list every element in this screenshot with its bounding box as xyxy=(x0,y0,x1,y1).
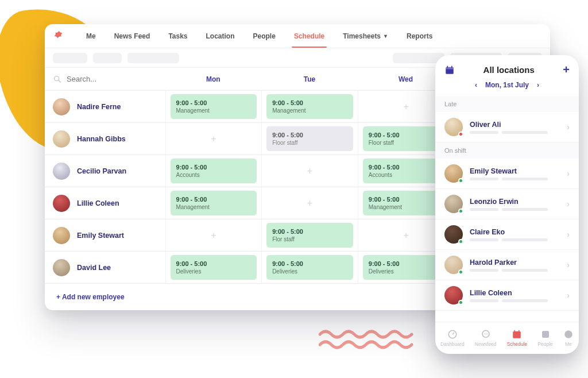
shift-chip[interactable]: 9:00 - 5:00Accounts xyxy=(171,159,257,183)
svg-line-1 xyxy=(59,80,60,82)
svg-point-8 xyxy=(484,334,485,335)
chevron-right-icon: › xyxy=(567,291,570,300)
shift-chip[interactable]: 9:00 - 5:00Management xyxy=(171,191,257,215)
chevron-right-icon: › xyxy=(567,260,570,269)
day-header-mon[interactable]: Mon xyxy=(165,75,262,83)
nav-tab-reports[interactable]: Reports xyxy=(397,25,442,47)
mobile-card: All locations + ‹ Mon, 1st July › Late O… xyxy=(435,55,579,354)
employee-name: Lillie Coleen xyxy=(77,199,119,207)
svg-point-15 xyxy=(564,330,572,338)
chevron-right-icon: › xyxy=(567,169,570,178)
mobile-tabbar: Dashboard Newsfeed Schedule People Me xyxy=(435,322,579,354)
empty-shift-cell[interactable]: + xyxy=(165,123,262,155)
chevron-down-icon: ▼ xyxy=(383,33,388,39)
day-header-tue[interactable]: Tue xyxy=(261,75,358,83)
person-row[interactable]: Emily Stewart › xyxy=(435,159,579,189)
tab-schedule[interactable]: Schedule xyxy=(507,329,527,347)
employee-cell[interactable]: Cecilio Parvan xyxy=(45,163,165,180)
tab-dashboard[interactable]: Dashboard xyxy=(440,329,465,347)
nav-tab-location[interactable]: Location xyxy=(197,25,244,47)
decorative-squiggle xyxy=(319,330,416,350)
app-logo-icon xyxy=(53,30,65,43)
search-field[interactable] xyxy=(53,75,136,84)
status-dot-onshift xyxy=(458,269,463,275)
top-navigation: Me News Feed Tasks Location People Sched… xyxy=(45,24,550,48)
add-button[interactable]: + xyxy=(563,63,570,76)
status-dot-onshift xyxy=(458,300,463,305)
nav-tab-people[interactable]: People xyxy=(244,25,285,47)
tab-me[interactable]: Me xyxy=(563,329,574,347)
person-row[interactable]: Claire Eko › xyxy=(435,219,579,250)
svg-rect-11 xyxy=(513,331,521,338)
shift-chip[interactable]: 9:00 - 5:00Deliveries xyxy=(171,255,257,280)
empty-shift-cell[interactable]: + xyxy=(261,187,358,219)
employee-name: Emily Stewart xyxy=(77,232,124,240)
nav-tab-schedule[interactable]: Schedule xyxy=(285,25,334,47)
chat-icon xyxy=(481,329,491,340)
person-row[interactable]: Harold Parker › xyxy=(435,250,579,280)
avatar xyxy=(53,227,70,244)
svg-point-9 xyxy=(485,334,486,335)
chevron-right-icon: › xyxy=(567,230,570,239)
empty-shift-cell[interactable]: + xyxy=(261,155,358,187)
section-late: Late xyxy=(435,96,579,112)
employee-cell[interactable]: David Lee xyxy=(45,259,165,276)
svg-rect-13 xyxy=(519,330,520,333)
status-dot-onshift xyxy=(458,209,463,214)
status-dot-onshift xyxy=(458,239,463,244)
date-navigator: ‹ Mon, 1st July › xyxy=(435,79,579,96)
person-icon xyxy=(540,329,551,340)
svg-rect-12 xyxy=(514,330,516,333)
person-row[interactable]: Oliver Ali › xyxy=(435,112,579,142)
shift-chip[interactable]: 9:00 - 5:00Flor staff xyxy=(266,223,353,248)
chevron-right-icon: › xyxy=(567,199,570,209)
avatar xyxy=(53,195,70,212)
chevron-right-icon: › xyxy=(567,122,570,132)
nav-tab-me[interactable]: Me xyxy=(77,25,105,47)
employee-cell[interactable]: Emily Stewart xyxy=(45,227,165,244)
search-icon xyxy=(53,75,62,84)
avatar xyxy=(53,259,70,276)
employee-cell[interactable]: Nadire Ferne xyxy=(45,98,165,115)
chevron-left-icon[interactable]: ‹ xyxy=(475,81,477,89)
nav-tab-newsfeed[interactable]: News Feed xyxy=(105,25,160,47)
employee-cell[interactable]: Hannah Gibbs xyxy=(45,130,165,148)
search-input[interactable] xyxy=(67,75,136,83)
employee-name: David Lee xyxy=(77,264,111,272)
svg-rect-5 xyxy=(451,65,452,68)
status-dot-onshift xyxy=(458,178,463,183)
chevron-right-icon[interactable]: › xyxy=(537,81,539,89)
employee-name: Hannah Gibbs xyxy=(77,135,126,143)
mobile-title: All locations xyxy=(483,65,535,75)
add-employee-link[interactable]: + Add new employee xyxy=(56,293,125,301)
nav-tab-timesheets[interactable]: Timesheets▼ xyxy=(334,25,397,47)
svg-point-10 xyxy=(486,334,488,335)
avatar xyxy=(53,130,70,148)
svg-rect-14 xyxy=(542,331,549,338)
toolbar-placeholder[interactable] xyxy=(93,53,122,63)
gauge-icon xyxy=(447,329,458,340)
tab-people[interactable]: People xyxy=(537,329,552,347)
svg-point-0 xyxy=(55,76,59,80)
employee-cell[interactable]: Lillie Coleen xyxy=(45,195,165,212)
status-dot-late xyxy=(458,132,463,137)
person-row[interactable]: Lillie Coleen › xyxy=(435,280,579,311)
person-row[interactable]: Leonzio Erwin › xyxy=(435,189,579,219)
shift-chip[interactable]: 9:00 - 5:00Floor staff xyxy=(266,126,353,151)
avatar xyxy=(53,98,70,115)
shift-chip[interactable]: 9:00 - 5:00Deliveries xyxy=(266,255,353,280)
tab-newsfeed[interactable]: Newsfeed xyxy=(475,329,497,347)
shift-chip[interactable]: 9:00 - 5:00Management xyxy=(171,94,257,119)
section-onshift: On shift xyxy=(435,142,579,159)
empty-shift-cell[interactable]: + xyxy=(165,219,262,251)
employee-name: Nadire Ferne xyxy=(77,103,121,111)
toolbar-placeholder[interactable] xyxy=(127,53,179,63)
toolbar-placeholder[interactable] xyxy=(53,53,87,63)
svg-rect-4 xyxy=(447,65,448,68)
avatar xyxy=(53,163,70,180)
shift-chip[interactable]: 9:00 - 5:00Management xyxy=(266,94,353,119)
calendar-icon[interactable] xyxy=(444,65,455,75)
nav-tab-tasks[interactable]: Tasks xyxy=(159,25,196,47)
current-date[interactable]: Mon, 1st July xyxy=(485,81,529,89)
user-icon xyxy=(563,329,574,340)
